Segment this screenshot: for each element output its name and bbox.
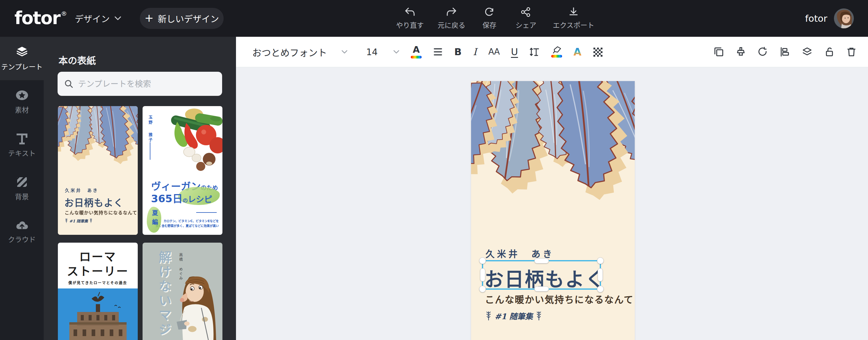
bold-button[interactable]: B xyxy=(454,47,461,57)
templates-layers-icon xyxy=(16,45,28,58)
template-thumb-feather-cover[interactable]: 久米井 あき お日柄もよく こんな暖かい気持ちになるなんて #1 随筆集 xyxy=(58,106,138,235)
underline-button[interactable]: U xyxy=(511,47,518,57)
chevron-down-icon xyxy=(115,16,121,21)
line-spacing-button[interactable] xyxy=(530,47,540,57)
resize-handle-top-left[interactable] xyxy=(479,257,486,264)
resize-handle-top[interactable] xyxy=(534,258,549,264)
rome-subtitle: 僕が見てきたローマとその過去 xyxy=(58,280,138,285)
template-thumb-vegan[interactable]: 玉野雅子 ヴィーガンのため 365日のレシピ 夏編 カロテン、ビタミンC、ビタミ… xyxy=(143,106,222,235)
registered-mark-icon: ® xyxy=(61,10,66,17)
search-icon xyxy=(64,79,73,88)
layer-button[interactable] xyxy=(802,47,812,57)
feather-cover-preview: 久米井 あき お日柄もよく こんな暖かい気持ちになるなんて #1 随筆集 xyxy=(58,106,138,235)
rome-photo xyxy=(58,288,138,340)
topbar-actions: やり直す 元に戻る 保存 シェア エクスポート xyxy=(395,0,596,37)
sidebar-item-templates[interactable]: テンプレート xyxy=(0,37,44,80)
new-design-label: 新しいデザイン xyxy=(158,12,219,25)
export-button[interactable]: エクスポート xyxy=(551,7,596,30)
vegan-author: 玉野雅子 xyxy=(147,115,153,143)
fotor-logo[interactable]: fotor® xyxy=(14,8,66,28)
design-menu[interactable]: デザイン xyxy=(75,0,121,37)
format-brush-button[interactable] xyxy=(736,47,746,57)
avatar[interactable] xyxy=(834,8,854,28)
template-thumb-rome[interactable]: ローマ ストーリー 僕が見てきたローマとその過去 xyxy=(58,243,138,340)
align-button[interactable] xyxy=(780,47,790,57)
vegan-divider xyxy=(196,212,217,213)
rotate-button[interactable] xyxy=(758,47,768,57)
search-input[interactable] xyxy=(78,79,216,89)
design-canvas[interactable]: 久米井 あき お日柄もよく こんな暖かい気持ちになるなんて #1 随筆集 xyxy=(471,81,635,340)
italic-button[interactable]: I xyxy=(473,47,477,57)
sync-icon xyxy=(484,7,495,17)
delete-button[interactable] xyxy=(846,47,857,57)
letter-case-button[interactable]: AA xyxy=(488,48,499,56)
sidebar-item-text[interactable]: テキスト xyxy=(0,124,44,167)
download-icon xyxy=(568,7,579,17)
cover-subtitle-text[interactable]: こんな暖かい気持ちになるなんて xyxy=(485,292,633,306)
sidebar-item-background[interactable]: 背景 xyxy=(0,167,44,210)
magic-title: 解けないマジック xyxy=(155,250,173,340)
account-area: fotor xyxy=(805,0,854,37)
text-toolbar: おつとめフォント 14 A B I AA U A xyxy=(236,37,868,67)
text-align-button[interactable] xyxy=(433,48,443,56)
chevron-down-icon xyxy=(393,50,399,54)
template-search[interactable] xyxy=(58,72,222,96)
highlighter-icon xyxy=(552,46,561,53)
resize-handle-right[interactable] xyxy=(598,268,603,281)
chevron-down-icon xyxy=(341,50,347,54)
highlight-color-button[interactable] xyxy=(551,46,562,58)
wheat-ornament-icon xyxy=(65,218,67,223)
toolbar-object-controls xyxy=(714,47,857,57)
cloud-upload-icon xyxy=(16,220,29,231)
panel-title: 本の表紙 xyxy=(59,53,96,67)
template-thumb-magic[interactable]: 解けないマジック 高橋めぐみ xyxy=(143,243,222,340)
toolbar-text-controls: おつとめフォント 14 A B I AA U A xyxy=(252,45,602,59)
vegan-badge: 夏編 xyxy=(150,210,159,228)
cover-author-text[interactable]: 久米井 あき xyxy=(486,247,554,260)
duplicate-button[interactable] xyxy=(714,47,724,57)
text-style-button[interactable]: A xyxy=(574,47,581,57)
cover-badge: #1 随筆集 xyxy=(65,218,92,223)
cover-badge-text[interactable]: #1 随筆集 xyxy=(486,310,541,321)
rome-title-line1: ローマ xyxy=(58,247,138,264)
avatar-image xyxy=(834,8,854,28)
undo-icon xyxy=(404,7,415,17)
rainbow-bar-icon xyxy=(411,56,422,59)
sidebar: テンプレート 素材 テキスト 背景 クラウド xyxy=(0,37,44,340)
font-color-button[interactable]: A xyxy=(411,45,422,59)
account-name: fotor xyxy=(805,13,827,24)
save-button[interactable]: 保存 xyxy=(478,7,501,30)
cover-author: 久米井 あき xyxy=(65,187,98,193)
font-family-select[interactable]: おつとめフォント xyxy=(252,45,347,59)
new-design-button[interactable]: + 新しいデザイン xyxy=(140,8,224,29)
redo-button[interactable]: 元に戻る xyxy=(436,7,467,30)
book-cover-canvas[interactable]: 久米井 あき お日柄もよく こんな暖かい気持ちになるなんて #1 随筆集 xyxy=(471,81,635,340)
redo-icon xyxy=(446,7,457,17)
vegan-author-rule xyxy=(150,142,150,160)
cover-title: お日柄もよく xyxy=(64,195,123,209)
wheat-ornament-icon xyxy=(486,311,491,321)
font-size-select[interactable]: 14 xyxy=(366,47,399,57)
elements-star-icon xyxy=(16,89,29,101)
unlock-button[interactable] xyxy=(824,47,835,57)
transparency-button[interactable] xyxy=(593,47,602,57)
sidebar-item-cloud[interactable]: クラウド xyxy=(0,210,44,254)
share-button[interactable]: シェア xyxy=(513,7,539,30)
cover-subtitle: こんな暖かい気持ちになるなんて xyxy=(64,209,137,216)
rainbow-bar-icon xyxy=(551,55,562,58)
topbar: fotor® デザイン + 新しいデザイン やり直す 元に戻る 保存 シェア エ… xyxy=(0,0,868,37)
wheat-ornament-icon xyxy=(90,218,92,223)
plus-icon: + xyxy=(144,12,153,24)
resize-handle-bottom[interactable] xyxy=(534,286,549,291)
undo-button[interactable]: やり直す xyxy=(395,7,425,30)
selection-box[interactable] xyxy=(482,260,601,290)
resize-handle-bottom-left[interactable] xyxy=(479,286,486,292)
text-icon xyxy=(16,133,28,145)
resize-handle-left[interactable] xyxy=(480,268,485,281)
sidebar-item-elements[interactable]: 素材 xyxy=(0,80,44,124)
girl-illustration xyxy=(171,272,222,340)
share-icon xyxy=(521,7,531,17)
resize-handle-top-right[interactable] xyxy=(597,257,604,264)
resize-handle-bottom-right[interactable] xyxy=(597,286,604,292)
canvas-workspace[interactable]: 久米井 あき お日柄もよく こんな暖かい気持ちになるなんて #1 随筆集 xyxy=(236,67,868,340)
